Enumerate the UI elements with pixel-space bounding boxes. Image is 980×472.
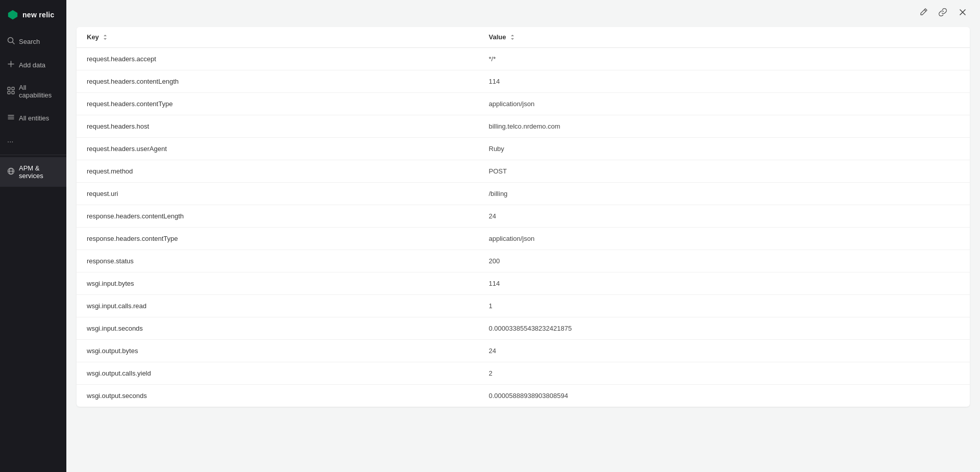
main-content: Key Value [66,0,980,472]
table-cell-key: wsgi.input.seconds [77,317,479,339]
table-cell-value: application/json [479,227,970,250]
table-cell-value: POST [479,160,970,182]
table-cell-value: 200 [479,250,970,272]
table-row: wsgi.input.bytes114 [77,272,970,294]
table-cell-key: request.headers.userAgent [77,137,479,160]
table-row: request.headers.accept*/* [77,47,970,70]
key-column-header[interactable]: Key [77,27,479,47]
table-cell-value: 0.000033855438232421875 [479,317,970,339]
svg-rect-7 [8,91,10,94]
svg-line-2 [13,42,15,44]
table-cell-key: wsgi.output.calls.yield [77,362,479,384]
table-cell-key: wsgi.input.bytes [77,272,479,294]
table-cell-key: response.headers.contentLength [77,205,479,227]
table-cell-value: /billing [479,182,970,205]
table-cell-key: request.uri [77,182,479,205]
app-name: new relic [22,11,55,19]
table-cell-key: response.headers.contentType [77,227,479,250]
table-row: request.headers.contentTypeapplication/j… [77,92,970,115]
table-row: request.methodPOST [77,160,970,182]
top-bar [66,0,980,27]
table-body: request.headers.accept*/*request.headers… [77,47,970,407]
sidebar-item-add-data-label: Add data [19,61,45,69]
table-cell-key: wsgi.output.bytes [77,339,479,362]
table-cell-key: wsgi.input.calls.read [77,294,479,317]
sidebar-item-apm-services-label: APM & services [19,164,59,180]
key-column-label: Key [87,33,99,41]
sidebar-item-all-entities-label: All entities [19,114,49,122]
table-row: wsgi.output.seconds0.0000588893890380859… [77,384,970,407]
table-row: wsgi.output.bytes24 [77,339,970,362]
sidebar-item-search-label: Search [19,38,40,45]
table-cell-value: 2 [479,362,970,384]
sidebar-item-apm-services[interactable]: APM & services [0,157,66,187]
table-cell-value: billing.telco.nrdemo.com [479,115,970,137]
sidebar-divider [0,155,66,155]
logo-icon [7,9,18,20]
more-icon: ··· [7,137,14,145]
table-row: request.uri/billing [77,182,970,205]
table-cell-value: 114 [479,272,970,294]
table-row: request.headers.userAgentRuby [77,137,970,160]
sidebar-item-all-capabilities[interactable]: All capabilities [0,77,66,106]
table-row: response.headers.contentTypeapplication/… [77,227,970,250]
value-sort-icon [510,34,515,41]
list-icon [7,113,15,122]
add-icon [7,60,15,69]
table-cell-key: request.method [77,160,479,182]
svg-rect-8 [12,91,14,94]
close-button[interactable] [955,5,970,22]
sidebar-item-all-capabilities-label: All capabilities [19,84,59,99]
table-cell-value: Ruby [479,137,970,160]
table-cell-key: request.headers.accept [77,47,479,70]
sidebar-item-add-data[interactable]: Add data [0,53,66,77]
table-row: wsgi.output.calls.yield2 [77,362,970,384]
table-cell-key: response.status [77,250,479,272]
app-logo: new relic [0,0,66,30]
sidebar-item-all-entities[interactable]: All entities [0,106,66,130]
grid-icon [7,87,15,96]
sidebar: new relic Search Add data [0,0,66,472]
value-column-header[interactable]: Value [479,27,970,47]
table-cell-key: request.headers.host [77,115,479,137]
table-header-row: Key Value [77,27,970,47]
data-table: Key Value [77,27,970,407]
table-row: response.headers.contentLength24 [77,205,970,227]
table-cell-value: */* [479,47,970,70]
edit-button[interactable] [917,6,930,21]
sidebar-item-search[interactable]: Search [0,30,66,53]
table-cell-value: 114 [479,70,970,92]
table-row: response.status200 [77,250,970,272]
svg-line-15 [924,10,926,11]
table-row: request.headers.contentLength114 [77,70,970,92]
link-button[interactable] [936,6,949,21]
table-row: wsgi.input.seconds0.00003385543823242187… [77,317,970,339]
sidebar-item-more[interactable]: ··· [0,130,66,153]
table-row: request.headers.hostbilling.telco.nrdemo… [77,115,970,137]
table-cell-key: request.headers.contentLength [77,70,479,92]
svg-rect-6 [12,87,14,90]
key-sort-icon [103,34,108,41]
table-cell-key: request.headers.contentType [77,92,479,115]
svg-marker-0 [8,10,17,19]
value-column-label: Value [489,33,506,41]
table-cell-key: wsgi.output.seconds [77,384,479,407]
table-cell-value: 24 [479,205,970,227]
table-cell-value: 0.00005888938903808594 [479,384,970,407]
search-icon [7,37,15,46]
table-cell-value: application/json [479,92,970,115]
table-container: Key Value [66,27,980,472]
svg-rect-5 [8,87,10,90]
table-cell-value: 24 [479,339,970,362]
table-row: wsgi.input.calls.read1 [77,294,970,317]
table-cell-value: 1 [479,294,970,317]
globe-icon [7,167,15,177]
